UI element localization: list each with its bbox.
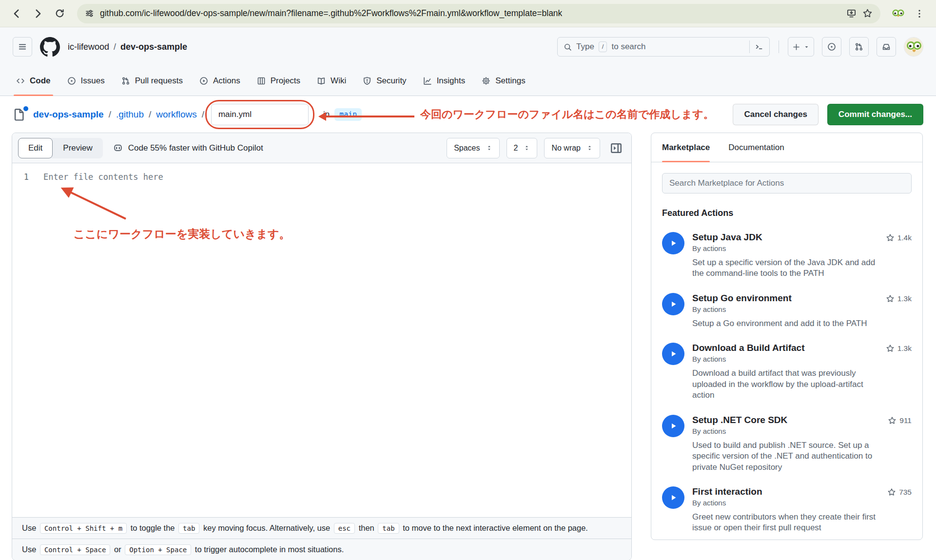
editor-toolbar: Edit Preview Code 55% faster with GitHub… xyxy=(12,133,631,163)
wrap-mode-select[interactable]: No wrap xyxy=(544,138,600,158)
hint-segment: esc xyxy=(334,523,355,534)
updown-caret-icon xyxy=(586,145,593,151)
commit-changes-button[interactable]: Commit changes... xyxy=(827,104,923,125)
line-number: 1 xyxy=(12,172,29,182)
path-dir-workflows-link[interactable]: workflows xyxy=(156,109,196,120)
path-dir-github-link[interactable]: .github xyxy=(116,109,144,120)
avatar[interactable] xyxy=(904,37,923,57)
github-logo[interactable] xyxy=(40,37,60,57)
inbox-button[interactable] xyxy=(877,37,896,57)
marketplace-search-input[interactable] xyxy=(662,173,912,193)
star-count: 1.4k xyxy=(897,233,912,242)
marketplace-action-item[interactable]: Setup Go environment By actions Setup a … xyxy=(662,293,912,329)
hint-segment: to toggle the xyxy=(128,523,177,533)
hint-segment: Option + Space xyxy=(125,544,191,555)
slash-key-hint: / xyxy=(599,41,607,52)
action-author: By actions xyxy=(692,355,878,363)
toggle-side-panel-button[interactable] xyxy=(607,139,625,157)
nav-tab-label: Security xyxy=(376,76,406,86)
create-new-button[interactable] xyxy=(788,37,814,57)
nav-tab-insights[interactable]: Insights xyxy=(415,66,474,96)
nav-tab-icon xyxy=(317,77,326,85)
nav-tab-actions[interactable]: Actions xyxy=(191,66,249,96)
updown-caret-icon xyxy=(486,145,492,151)
nav-tab-label: Code xyxy=(30,76,51,86)
nav-tab-projects[interactable]: Projects xyxy=(249,66,309,96)
tab-edit[interactable]: Edit xyxy=(18,138,53,158)
extension-icon[interactable] xyxy=(889,5,907,22)
nav-tab-icon xyxy=(16,77,25,85)
editor-placeholder: Enter file contents here xyxy=(43,172,163,182)
marketplace-action-item[interactable]: Setup .NET Core SDK By actions Used to b… xyxy=(662,415,912,473)
hint-segment: Control + Shift + m xyxy=(40,523,127,534)
pull-requests-dashboard-button[interactable] xyxy=(849,37,869,57)
tab-marketplace[interactable]: Marketplace xyxy=(662,133,710,162)
action-stars: 1.3k xyxy=(886,293,912,303)
action-title: Setup .NET Core SDK xyxy=(692,415,880,425)
branch-name: main xyxy=(334,108,362,121)
marketplace-action-item[interactable]: First interaction By actions Greet new c… xyxy=(662,486,912,534)
marketplace-action-item[interactable]: Setup Java JDK By actions Set up a speci… xyxy=(662,232,912,279)
nav-tab-pull-requests[interactable]: Pull requests xyxy=(113,66,191,96)
action-play-icon xyxy=(662,415,684,437)
issues-dashboard-button[interactable] xyxy=(822,37,841,57)
address-bar[interactable]: github.com/ic-lifewood/dev-ops-sample/ne… xyxy=(77,4,880,23)
nav-tab-label: Actions xyxy=(213,76,240,86)
copilot-banner[interactable]: Code 55% faster with GitHub Copilot xyxy=(113,143,263,154)
nav-tab-label: Settings xyxy=(495,76,525,86)
browser-back-button[interactable] xyxy=(8,5,25,22)
search-placeholder-prefix: Type xyxy=(576,42,594,52)
nav-tab-icon xyxy=(199,77,208,85)
indent-mode-select[interactable]: Spaces xyxy=(447,138,499,158)
global-search-input[interactable]: Type / to search xyxy=(557,37,770,57)
search-icon xyxy=(564,43,572,51)
global-nav-menu-button[interactable] xyxy=(13,37,32,57)
nav-tab-label: Insights xyxy=(437,76,466,86)
annotation-editor-note: ここにワークフローを実装していきます。 xyxy=(74,227,291,242)
action-play-icon xyxy=(662,343,684,365)
nav-tab-label: Issues xyxy=(81,76,105,86)
nav-tab-security[interactable]: Security xyxy=(354,66,414,96)
indent-size-select[interactable]: 2 xyxy=(507,138,538,158)
action-description: Download a build artifact that was previ… xyxy=(692,368,878,401)
tab-documentation[interactable]: Documentation xyxy=(728,133,784,162)
site-settings-icon[interactable] xyxy=(85,9,94,18)
action-play-icon xyxy=(662,486,684,509)
cancel-changes-button[interactable]: Cancel changes xyxy=(733,104,818,125)
nav-tab-code[interactable]: Code xyxy=(8,66,59,96)
install-app-icon[interactable] xyxy=(846,8,857,19)
repo-link[interactable]: dev-ops-sample xyxy=(120,42,187,52)
browser-forward-button[interactable] xyxy=(29,5,47,22)
nav-tab-settings[interactable]: Settings xyxy=(473,66,533,96)
filename-input[interactable] xyxy=(211,104,309,125)
nav-tab-icon xyxy=(121,77,130,85)
annotation-arrow xyxy=(12,163,631,518)
marketplace-action-item[interactable]: Download a Build Artifact By actions Dow… xyxy=(662,343,912,401)
code-editor[interactable]: 1 Enter file contents here ここにワークフローを実装し… xyxy=(12,163,631,517)
star-count: 1.3k xyxy=(897,344,912,353)
browser-reload-button[interactable] xyxy=(51,5,68,22)
action-description: Used to build and publish .NET source. S… xyxy=(692,440,880,473)
bookmark-star-icon[interactable] xyxy=(862,8,873,19)
path-repo-link[interactable]: dev-ops-sample xyxy=(33,109,104,120)
star-count: 911 xyxy=(899,416,912,425)
nav-tab-issues[interactable]: Issues xyxy=(59,66,113,96)
star-icon xyxy=(888,416,897,425)
hint-segment: Use xyxy=(22,545,39,554)
nav-tab-label: Wiki xyxy=(331,76,346,86)
tab-preview[interactable]: Preview xyxy=(53,138,102,158)
action-author: By actions xyxy=(692,499,879,507)
annotation-filename-note: 今回のワークフローのファイル名はこの名前で作成します。 xyxy=(420,107,714,122)
marketplace-sidebar: Marketplace Documentation Featured Actio… xyxy=(651,133,923,540)
org-link[interactable]: ic-lifewood xyxy=(68,42,109,52)
copilot-command-icon[interactable] xyxy=(749,40,763,53)
featured-actions-title: Featured Actions xyxy=(662,208,912,218)
file-editor: Edit Preview Code 55% faster with GitHub… xyxy=(12,133,632,560)
star-icon xyxy=(887,488,896,497)
github-header: ic-lifewood / dev-ops-sample Type / to s… xyxy=(0,27,936,96)
updown-caret-icon xyxy=(524,145,530,151)
edit-preview-toggle: Edit Preview xyxy=(18,138,103,158)
browser-menu-icon[interactable] xyxy=(911,5,928,22)
nav-tab-wiki[interactable]: Wiki xyxy=(309,66,354,96)
hint-segment: to move to the next interactive element … xyxy=(401,523,588,533)
